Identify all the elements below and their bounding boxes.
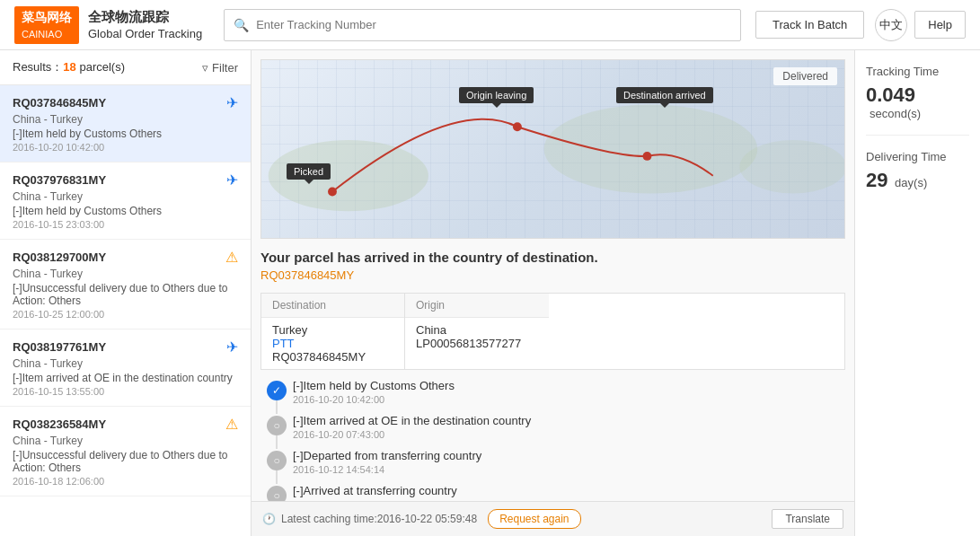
filter-icon: ▿ [202, 61, 208, 75]
tracking-time-value: 0.049 [866, 83, 915, 106]
delivering-time-label: Delivering Time [866, 150, 969, 163]
timeline-icon: ○ [267, 416, 287, 435]
main-layout: Results：18 parcel(s) ▿ Filter RQ03784684… [0, 50, 980, 536]
timeline-event: [-]Departed from transferring country [293, 449, 845, 462]
timeline-item: ○ [-]Item arrived at OE in the destinati… [260, 414, 845, 440]
right-panel: Tracking Time 0.049 second(s) Delivering… [854, 50, 980, 536]
tracking-time-unit: second(s) [870, 107, 921, 120]
metric-divider [866, 135, 969, 136]
destination-label: Destination [261, 294, 404, 318]
delivering-time-value: 29 [866, 169, 887, 191]
parcel-status: [-]Item held by Customs Others [13, 127, 238, 140]
tracking-time-value-row: 0.049 second(s) [866, 83, 969, 120]
timeline-content: [-]Item held by Customs Others 2016-10-2… [293, 379, 845, 405]
search-input[interactable] [256, 18, 731, 31]
timeline-icon: ✓ [267, 381, 287, 400]
parcel-number: RQ038129700MY [13, 250, 106, 264]
header: 菜鸟网络 CAINIAO 全球物流跟踪 Global Order Trackin… [0, 0, 980, 50]
warning-icon: ⚠ [225, 416, 238, 433]
map-label-destination-arrived: Destination arrived [616, 87, 713, 103]
parcel-date: 2016-10-20 10:42:00 [13, 142, 238, 153]
map-container: Picked Origin leaving Destination arrive… [260, 59, 845, 239]
track-batch-button[interactable]: Track In Batch [755, 11, 864, 39]
plane-icon: ✈ [226, 338, 238, 356]
delivered-badge: Delivered [773, 67, 837, 85]
timeline-event: [-]Item arrived at OE in the destination… [293, 414, 845, 427]
logo-area: 菜鸟网络 CAINIAO 全球物流跟踪 Global Order Trackin… [14, 6, 202, 44]
parcel-date: 2016-10-25 12:00:00 [13, 309, 238, 320]
parcel-route: China - Turkey [13, 268, 238, 280]
parcel-route: China - Turkey [13, 435, 238, 447]
timeline-item: ○ [-]Departed from transferring country … [260, 449, 845, 475]
map-label-picked: Picked [287, 163, 331, 180]
parcel-route: China - Turkey [13, 113, 238, 126]
parcel-item[interactable]: RQ037976831MY ✈ China - Turkey [-]Item h… [0, 163, 251, 240]
parcel-number: RQ038197761MY [13, 340, 106, 354]
carrier-link[interactable]: PTT [272, 337, 295, 350]
details-origin-col: Origin China LP00056813577277 [405, 294, 549, 369]
parcel-date: 2016-10-18 12:06:00 [13, 476, 238, 487]
parcel-status: [-]Item arrived at OE in the destination… [13, 372, 238, 384]
parcel-route: China - Turkey [13, 190, 238, 203]
sidebar: Results：18 parcel(s) ▿ Filter RQ03784684… [0, 50, 252, 536]
search-area: 🔍 [224, 9, 741, 41]
parcel-item[interactable]: RQ038236584MY ⚠ China - Turkey [-]Unsucc… [0, 407, 251, 496]
destination-value: Turkey PTT RQ037846845MY [261, 318, 404, 369]
delivering-time-unit: day(s) [895, 176, 927, 189]
timeline-event: [-]Arrived at transferring country [293, 484, 845, 497]
parcel-list: RQ037846845MY ✈ China - Turkey [-]Item h… [0, 85, 251, 496]
parcel-tracking-id: RQ037846845MY [260, 268, 845, 282]
parcel-status: [-]Unsuccessful delivery due to Others d… [13, 282, 238, 307]
results-text: Results：18 parcel(s) [13, 59, 125, 75]
origin-label: Origin [405, 294, 549, 318]
parcel-item[interactable]: RQ038129700MY ⚠ China - Turkey [-]Unsucc… [0, 240, 251, 330]
timeline-icon: ○ [267, 451, 287, 470]
filter-button[interactable]: ▿ Filter [202, 61, 238, 75]
details-row: Destination Turkey PTT RQ037846845MY Ori… [260, 293, 845, 370]
timeline-event: [-]Item held by Customs Others [293, 379, 845, 392]
timeline-icon-col: ○ [260, 449, 293, 470]
timeline-icon-col: ✓ [260, 379, 293, 400]
warning-icon: ⚠ [225, 249, 238, 266]
parcel-number: RQ038236584MY [13, 417, 106, 431]
map-label-origin-leaving: Origin leaving [459, 87, 534, 103]
tracking-time-label: Tracking Time [866, 65, 969, 78]
help-button[interactable]: Help [914, 11, 966, 39]
svg-point-3 [328, 188, 337, 197]
translate-button[interactable]: Translate [772, 509, 843, 529]
logo-text: 全球物流跟踪 Global Order Tracking [88, 7, 202, 42]
content-area: Picked Origin leaving Destination arrive… [252, 50, 854, 536]
timeline-icon-col: ○ [260, 414, 293, 435]
parcel-date: 2016-10-15 23:03:00 [13, 219, 238, 230]
request-again-button[interactable]: Request again [488, 509, 580, 529]
timeline-date: 2016-10-20 07:43:00 [293, 429, 845, 440]
timeline-item: ✓ [-]Item held by Customs Others 2016-10… [260, 379, 845, 405]
plane-icon: ✈ [226, 171, 238, 189]
parcel-route: China - Turkey [13, 357, 238, 370]
cainiao-logo: 菜鸟网络 CAINIAO [14, 6, 79, 44]
delivering-time-value-row: 29 day(s) [866, 169, 969, 192]
search-icon: 🔍 [234, 18, 249, 32]
plane-icon: ✈ [226, 94, 238, 111]
map-svg [261, 60, 844, 238]
origin-value: China LP00056813577277 [405, 318, 549, 356]
timeline-date: 2016-10-20 10:42:00 [293, 394, 845, 405]
parcel-info-section: Your parcel has arrived in the country o… [252, 239, 854, 293]
details-destination-col: Destination Turkey PTT RQ037846845MY [261, 294, 405, 369]
parcel-status: [-]Unsuccessful delivery due to Others d… [13, 449, 238, 474]
svg-point-4 [513, 122, 522, 131]
parcel-number: RQ037976831MY [13, 173, 106, 187]
timeline-date: 2016-10-12 14:54:14 [293, 464, 845, 475]
parcel-date: 2016-10-15 13:55:00 [13, 386, 238, 397]
parcel-item[interactable]: RQ038197761MY ✈ China - Turkey [-]Item a… [0, 330, 251, 407]
language-button[interactable]: 中文 [875, 9, 907, 41]
timeline-content: [-]Item arrived at OE in the destination… [293, 414, 845, 440]
parcel-item[interactable]: RQ037846845MY ✈ China - Turkey [-]Item h… [0, 85, 251, 163]
sidebar-header: Results：18 parcel(s) ▿ Filter [0, 50, 251, 85]
svg-point-2 [739, 140, 844, 193]
parcel-number: RQ037846845MY [13, 96, 106, 110]
cache-time-text: Latest caching time:2016-10-22 05:59:48 [281, 513, 477, 525]
bottom-bar: 🕐 Latest caching time:2016-10-22 05:59:4… [252, 501, 854, 536]
svg-point-1 [544, 105, 758, 194]
parcel-arrived-text: Your parcel has arrived in the country o… [260, 250, 845, 265]
